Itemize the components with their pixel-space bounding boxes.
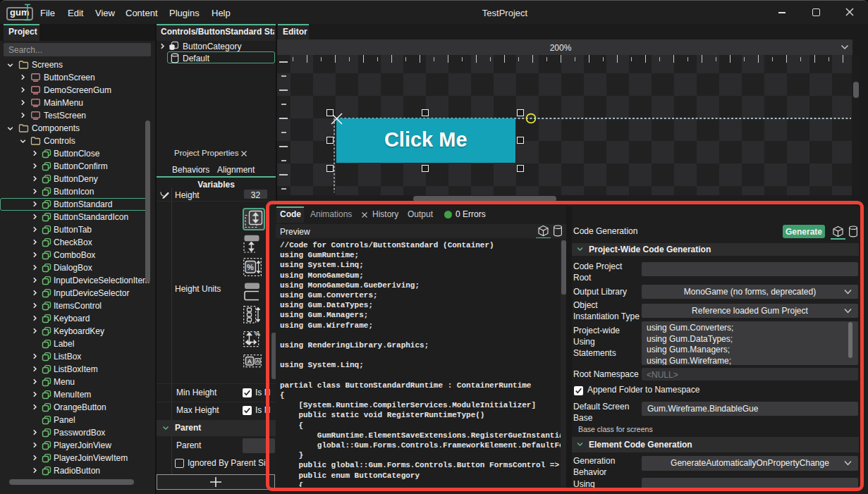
svg-text:A: A <box>247 357 252 365</box>
svg-text:%: % <box>255 331 260 338</box>
svg-text:A: A <box>256 358 259 364</box>
svg-text:%: % <box>247 263 254 271</box>
